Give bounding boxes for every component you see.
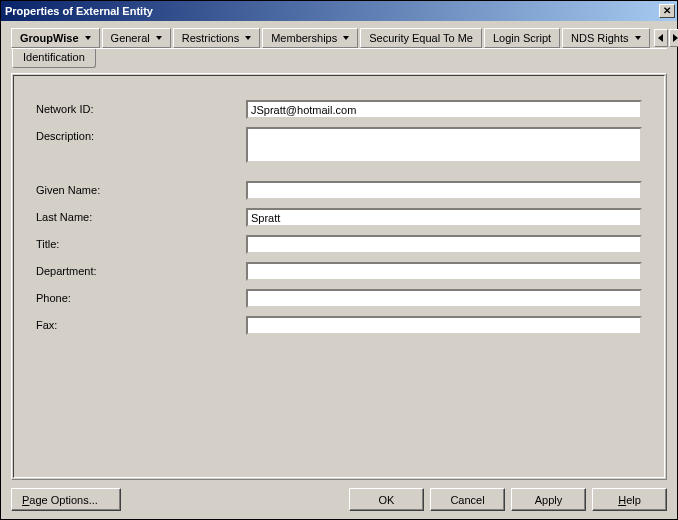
page-options-button[interactable]: Page Options... (11, 488, 121, 511)
tab-label: Restrictions (182, 32, 239, 44)
department-field[interactable] (246, 262, 642, 281)
row-given-name: Given Name: (36, 181, 642, 200)
close-icon[interactable]: ✕ (659, 4, 675, 18)
subtab-row: Identification (11, 49, 667, 69)
row-last-name: Last Name: (36, 208, 642, 227)
window-title: Properties of External Entity (5, 5, 659, 17)
client-area: GroupWise General Restrictions Membershi… (1, 21, 677, 519)
btn-text: age Options... (29, 494, 98, 506)
label-given-name: Given Name: (36, 181, 246, 196)
row-department: Department: (36, 262, 642, 281)
form-panel: Network ID: Description: Given Name: Las… (11, 73, 667, 480)
tab-memberships[interactable]: Memberships (262, 28, 358, 48)
scroll-right-button[interactable] (669, 29, 678, 47)
chevron-down-icon (156, 36, 162, 40)
label-title: Title: (36, 235, 246, 250)
btn-text: elp (626, 494, 641, 506)
label-department: Department: (36, 262, 246, 277)
help-button[interactable]: Help (592, 488, 667, 511)
cancel-button[interactable]: Cancel (430, 488, 505, 511)
tab-label: Memberships (271, 32, 337, 44)
tabstrip: GroupWise General Restrictions Membershi… (11, 27, 667, 49)
label-fax: Fax: (36, 316, 246, 331)
fax-field[interactable] (246, 316, 642, 335)
subtab-label: Identification (23, 51, 85, 63)
subtab-identification[interactable]: Identification (12, 49, 96, 68)
description-field[interactable] (246, 127, 642, 163)
tab-scroll-group (654, 29, 678, 47)
apply-button[interactable]: Apply (511, 488, 586, 511)
label-phone: Phone: (36, 289, 246, 304)
arrow-right-icon (673, 34, 678, 42)
label-description: Description: (36, 127, 246, 142)
arrow-left-icon (658, 34, 663, 42)
row-description: Description: (36, 127, 642, 165)
label-network-id: Network ID: (36, 100, 246, 115)
row-fax: Fax: (36, 316, 642, 335)
scroll-left-button[interactable] (654, 29, 668, 47)
chevron-down-icon (343, 36, 349, 40)
tab-label: NDS Rights (571, 32, 628, 44)
tab-nds-rights[interactable]: NDS Rights (562, 28, 649, 48)
given-name-field[interactable] (246, 181, 642, 200)
phone-field[interactable] (246, 289, 642, 308)
ok-button[interactable]: OK (349, 488, 424, 511)
tab-security-equal-to-me[interactable]: Security Equal To Me (360, 28, 482, 48)
row-phone: Phone: (36, 289, 642, 308)
chevron-down-icon (245, 36, 251, 40)
chevron-down-icon (635, 36, 641, 40)
tab-login-script[interactable]: Login Script (484, 28, 560, 48)
tab-label: GroupWise (20, 32, 79, 44)
tab-groupwise[interactable]: GroupWise (11, 28, 100, 48)
label-last-name: Last Name: (36, 208, 246, 223)
row-network-id: Network ID: (36, 100, 642, 119)
network-id-field[interactable] (246, 100, 642, 119)
titlebar: Properties of External Entity ✕ (1, 1, 677, 21)
row-title: Title: (36, 235, 642, 254)
tab-label: General (111, 32, 150, 44)
tab-label: Security Equal To Me (369, 32, 473, 44)
tab-restrictions[interactable]: Restrictions (173, 28, 260, 48)
last-name-field[interactable] (246, 208, 642, 227)
title-field[interactable] (246, 235, 642, 254)
dialog-window: Properties of External Entity ✕ GroupWis… (0, 0, 678, 520)
tab-general[interactable]: General (102, 28, 171, 48)
chevron-down-icon (85, 36, 91, 40)
tab-label: Login Script (493, 32, 551, 44)
footer: Page Options... OK Cancel Apply Help (11, 480, 667, 511)
